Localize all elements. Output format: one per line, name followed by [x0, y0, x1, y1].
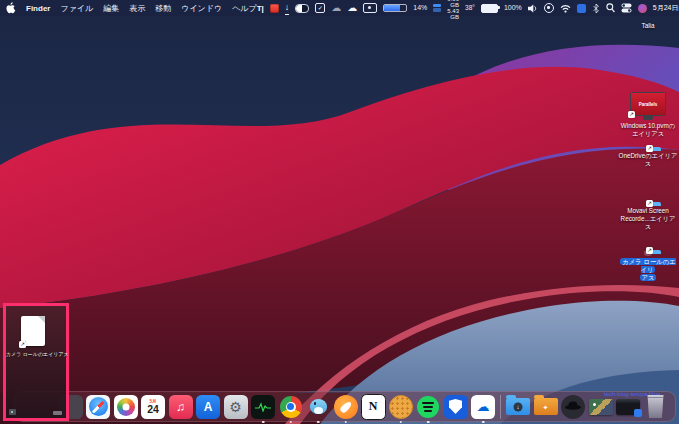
menu-edit[interactable]: 編集	[103, 3, 119, 14]
movavi-recorder-icon[interactable]	[270, 2, 279, 14]
dock-icon-downloads-folder[interactable]: ↓	[506, 394, 531, 419]
dock-icon-bitwarden[interactable]	[443, 394, 468, 419]
download-manager-icon[interactable]: ↓	[285, 2, 290, 15]
dock-icon-tweetbot[interactable]	[306, 394, 331, 419]
vm-screen-text: Parallels	[639, 102, 658, 107]
dock-icon-biscuit[interactable]	[388, 394, 413, 419]
window-thumbnail	[616, 399, 640, 415]
spotify-icon	[417, 396, 439, 418]
running-indicator	[399, 421, 402, 424]
dock-icon-istat-menus[interactable]	[251, 394, 276, 419]
cloud-sync-gray-icon[interactable]: ☁	[331, 2, 341, 14]
record-circle-icon[interactable]	[544, 2, 554, 14]
dock-icon-app-store[interactable]: A	[196, 394, 221, 419]
toggle-switch-icon[interactable]	[295, 2, 309, 14]
download-badge-icon: ↓	[514, 403, 523, 412]
calendar-day: 24	[147, 404, 159, 415]
dock-icon-calendar[interactable]: 5月24	[141, 394, 166, 419]
desktop-icon-camera-roll-alias[interactable]: ↗ カメラ ロールのエイリアス	[618, 250, 678, 283]
cloud-onedrive-icon[interactable]: ☁	[347, 2, 357, 14]
istat-network-icon[interactable]	[433, 2, 441, 14]
dock-icon-alfred[interactable]	[561, 394, 586, 419]
gear-icon: ⚙	[224, 395, 248, 419]
running-indicator	[482, 421, 485, 424]
dock-icon-trash[interactable]	[643, 394, 668, 419]
selection-backdrop: ↗	[644, 250, 652, 256]
dock-icon-projects-folder[interactable]: ✦	[533, 394, 558, 419]
desktop-icon-movavi-alias[interactable]: ↗ Movavi ScreenRecorde...エイリアス	[618, 205, 678, 232]
desktop-icon-label: Windows 10.pvmのエイリアス	[621, 122, 675, 138]
app-circle-icon[interactable]	[638, 2, 647, 14]
progress-percent: 14%	[413, 2, 427, 14]
notion-n-icon: N	[361, 394, 386, 420]
desktop-icon-label-selected: カメラ ロールのエイリアス	[618, 258, 678, 283]
menu-file[interactable]: ファイル	[60, 3, 93, 14]
dock-icon-photos[interactable]	[113, 394, 138, 419]
volume-icon[interactable]	[528, 2, 538, 14]
chrome-icon	[280, 396, 302, 418]
photos-pinwheel-icon	[114, 395, 138, 419]
desktop-icon-column: Talia Parallels ↗ Windows 10.pvmのエイリアス ↗…	[618, 0, 678, 424]
istat-network-readout[interactable]: 9.99 GB5.43 GB	[447, 2, 459, 14]
net-down: 5.43 GB	[447, 8, 459, 20]
app-badge-icon	[634, 409, 642, 417]
desktop-icon-talia[interactable]: Talia	[618, 20, 678, 30]
spotlight-search-icon[interactable]	[606, 2, 615, 14]
alias-arrow-badge: ↗	[19, 341, 26, 348]
desktop-icon-windows10-vm[interactable]: Parallels ↗ Windows 10.pvmのエイリアス	[618, 92, 678, 138]
parallels-vm-icon: Parallels	[630, 92, 666, 116]
cloud-icon: ☁	[471, 395, 495, 419]
alias-arrow-badge: ↗	[628, 111, 635, 118]
menu-view[interactable]: 表示	[129, 3, 145, 14]
dock-divider	[500, 395, 501, 419]
document-file-icon[interactable]: ↗	[21, 316, 45, 346]
safari-compass-icon	[86, 395, 110, 419]
unidentified-mini-icon	[9, 409, 16, 415]
dock-icon-chrome[interactable]	[278, 394, 303, 419]
dock-minimized-window-2[interactable]	[616, 394, 641, 419]
desktop-icon-label: OneDriveのエイリアス	[619, 152, 678, 168]
apple-menu[interactable]	[6, 2, 16, 14]
battery-icon[interactable]	[481, 2, 498, 14]
screen-mirroring-icon[interactable]	[363, 2, 377, 14]
sensor-temp[interactable]: 38°	[465, 2, 475, 14]
dock-icon-onedrive[interactable]: ☁	[471, 394, 496, 419]
shield-icon	[444, 395, 468, 419]
menu-finder[interactable]: Finder	[26, 4, 50, 13]
text-input-ime-icon[interactable]: T|	[257, 2, 264, 14]
bluetooth-icon[interactable]	[592, 2, 600, 14]
desktop-icon-onedrive-alias[interactable]: ↗ OneDriveのエイリアス	[618, 150, 678, 168]
rocket-icon	[334, 395, 358, 419]
menu-bar-status: T| ↓ ✓ ☁ ☁ 14% 9.99 GB5.43 GB 38° 100% 5…	[257, 2, 679, 15]
wallpaper	[0, 0, 679, 424]
dock-icon-spotify[interactable]	[416, 394, 441, 419]
blue-ime-square-icon[interactable]	[577, 2, 586, 14]
dock: 5月24 ♫ A ⚙ N ☁ ↓ ✦	[58, 394, 668, 419]
menu-bar-clock[interactable]: 5月24日(月) 21:35	[653, 3, 679, 13]
control-center-icon[interactable]	[621, 2, 632, 14]
dock-icon-rocket[interactable]	[333, 394, 358, 419]
star-icon: ✦	[543, 404, 549, 412]
unidentified-mini-mark	[53, 411, 62, 415]
wifi-icon[interactable]	[560, 2, 571, 14]
dock-icon-music[interactable]: ♫	[168, 394, 193, 419]
annotation-highlight-rect: ↗ カメラ ロールのエイリアス	[3, 303, 69, 421]
battery-percent: 100%	[504, 2, 522, 14]
dock-icon-safari[interactable]	[86, 394, 111, 419]
desktop-icon-label: Talia	[642, 22, 655, 30]
dock-icon-notion[interactable]: N	[361, 394, 386, 419]
dock-minimized-window-1[interactable]	[588, 394, 613, 419]
ekg-line-icon	[251, 395, 275, 419]
fedora-hat-icon	[561, 395, 585, 419]
menu-go[interactable]: 移動	[155, 3, 171, 14]
running-indicator	[289, 421, 292, 424]
dock-icon-system-preferences[interactable]: ⚙	[223, 394, 248, 419]
running-indicator	[262, 421, 265, 424]
checklist-icon[interactable]: ✓	[315, 2, 325, 14]
menu-window[interactable]: ウインドウ	[181, 3, 222, 14]
menu-help[interactable]: ヘルプ	[232, 3, 257, 14]
app-store-icon: A	[196, 395, 220, 419]
alias-arrow-badge: ↗	[646, 200, 653, 207]
progress-bar[interactable]	[383, 2, 407, 14]
net-up: 9.99 GB	[447, 0, 459, 8]
